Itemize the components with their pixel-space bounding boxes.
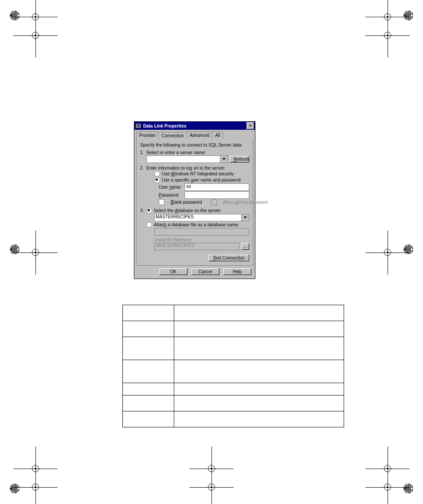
registration-mark (379, 8, 396, 26)
step2-label: Enter information to log on to the serve… (146, 166, 225, 171)
registration-mark (379, 460, 396, 477)
tab-connection[interactable]: Connection (158, 132, 187, 140)
registration-rosette (403, 244, 414, 255)
cancel-button[interactable]: Cancel (191, 268, 219, 275)
server-name-input[interactable] (146, 155, 220, 163)
datalink-icon (135, 123, 141, 129)
database-dropdown-button[interactable] (241, 214, 249, 221)
username-input[interactable]: sa (184, 183, 249, 191)
table-row (123, 411, 344, 427)
attach-database-name-input (154, 228, 249, 236)
close-button[interactable]: × (247, 122, 254, 129)
password-label: Password: (159, 193, 184, 198)
registration-mark (203, 460, 220, 477)
allow-saving-password-checkbox (211, 199, 217, 205)
password-input[interactable] (184, 191, 249, 199)
help-button[interactable]: Help (223, 268, 251, 275)
chevron-down-icon (222, 157, 226, 162)
page: Data Link Properties × Provider Connecti… (0, 0, 423, 504)
step1-label: Select or enter a server name: (146, 150, 206, 155)
database-input[interactable]: MASTERRECIPES (154, 214, 241, 221)
svg-rect-2 (137, 126, 140, 126)
document-table (122, 305, 344, 427)
step3-number: 3. (140, 208, 146, 213)
radio-specific-user[interactable] (154, 177, 160, 183)
registration-mark (379, 27, 396, 44)
refresh-button[interactable]: Refresh (230, 156, 249, 163)
data-link-properties-dialog: Data Link Properties × Provider Connecti… (134, 121, 255, 279)
svg-rect-1 (137, 124, 140, 125)
table-row (123, 305, 344, 321)
registration-mark (27, 460, 44, 477)
allow-saving-password-label: Allow saving password (223, 200, 268, 205)
radio-select-database[interactable] (146, 208, 152, 213)
table-row (123, 395, 344, 411)
step1-number: 1. (140, 150, 146, 155)
radio-attach-database[interactable] (146, 222, 152, 228)
svg-marker-5 (243, 217, 247, 218)
registration-mark (379, 478, 396, 496)
registration-mark (27, 244, 44, 261)
registration-mark (27, 478, 44, 496)
server-name-dropdown-button[interactable] (220, 155, 228, 163)
registration-rosette (9, 244, 20, 255)
titlebar[interactable]: Data Link Properties × (134, 122, 255, 130)
step2-number: 2. (140, 166, 146, 171)
radio-select-database-label: Select the database on the server: (154, 208, 221, 213)
blank-password-checkbox[interactable] (159, 199, 164, 205)
filename-input: MASTERRECIPES (154, 243, 239, 250)
tab-panel-connection: Specify the following to connect to SQL … (136, 139, 253, 266)
registration-mark (27, 27, 44, 44)
registration-rosette (9, 10, 20, 21)
chevron-down-icon (243, 215, 247, 220)
connection-intro: Specify the following to connect to SQL … (140, 143, 249, 147)
svg-rect-3 (137, 127, 140, 127)
radio-nt-security[interactable] (154, 171, 160, 177)
blank-password-label: Blank password (171, 200, 202, 205)
server-name-combo[interactable] (146, 155, 228, 163)
username-label: User name: (159, 185, 184, 190)
table-row (123, 321, 344, 337)
registration-mark (379, 244, 396, 261)
tab-all[interactable]: All (212, 132, 223, 139)
tab-strip: Provider Connection Advanced All (136, 132, 253, 139)
dialog-title: Data Link Properties (143, 124, 247, 128)
svg-marker-4 (222, 158, 226, 160)
test-connection-button[interactable]: Test Connection (208, 255, 249, 261)
filename-label: Using the filename: (154, 237, 192, 242)
tab-provider[interactable]: Provider (136, 132, 159, 139)
table-row (123, 337, 344, 360)
close-icon: × (249, 124, 252, 128)
radio-attach-database-label: Attach a database file as a database nam… (154, 222, 239, 227)
table-row (123, 360, 344, 383)
tab-advanced[interactable]: Advanced (187, 132, 212, 139)
registration-mark (27, 8, 44, 26)
browse-filename-button[interactable]: ... (241, 243, 249, 250)
database-combo[interactable]: MASTERRECIPES (154, 214, 249, 221)
registration-rosette (403, 10, 414, 21)
ok-button[interactable]: OK (159, 268, 188, 275)
registration-mark (203, 478, 220, 496)
radio-nt-security-label: Use Windows NT Integrated security (162, 171, 234, 176)
registration-rosette (403, 483, 414, 494)
dialog-button-row: OK Cancel Help (138, 268, 251, 275)
radio-specific-user-label: Use a specific user name and password: (162, 178, 242, 182)
table-row (123, 383, 344, 395)
registration-rosette (9, 483, 20, 494)
